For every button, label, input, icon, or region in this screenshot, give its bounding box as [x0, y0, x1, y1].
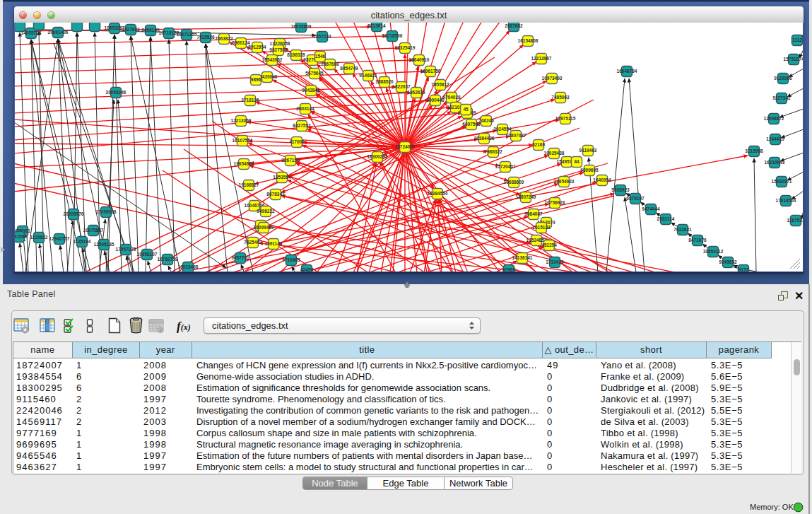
svg-text:8990448: 8990448 — [426, 98, 445, 103]
svg-text:452254: 452254 — [541, 243, 557, 247]
svg-text:87969: 87969 — [502, 267, 515, 271]
svg-text:16107554: 16107554 — [233, 138, 253, 143]
svg-text:6497568: 6497568 — [462, 122, 481, 127]
svg-text:62160: 62160 — [532, 142, 545, 147]
svg-text:7955812: 7955812 — [431, 82, 449, 87]
svg-text:12093872: 12093872 — [764, 116, 784, 121]
svg-text:7986322: 7986322 — [484, 149, 502, 154]
svg-text:45: 45 — [463, 107, 469, 112]
svg-text:20691406: 20691406 — [48, 30, 69, 35]
svg-text:7625402: 7625402 — [244, 240, 262, 245]
svg-text:13654923: 13654923 — [554, 179, 575, 184]
svg-text:18807249: 18807249 — [516, 194, 536, 199]
svg-text:9474444: 9474444 — [642, 206, 660, 211]
svg-text:7632621: 7632621 — [673, 227, 692, 232]
svg-text:16033809: 16033809 — [291, 24, 312, 29]
svg-text:1588520: 1588520 — [375, 79, 394, 84]
svg-text:10756923: 10756923 — [545, 200, 565, 205]
svg-text:7663822: 7663822 — [215, 36, 233, 41]
svg-text:16671355: 16671355 — [177, 32, 197, 37]
svg-text:8427552: 8427552 — [293, 123, 311, 128]
svg-text:14136141: 14136141 — [512, 255, 533, 260]
svg-text:17359928: 17359928 — [96, 209, 117, 214]
svg-text:9245652: 9245652 — [719, 259, 737, 264]
svg-text:1244415: 1244415 — [766, 136, 784, 141]
svg-text:12505135: 12505135 — [94, 242, 114, 247]
svg-text:16099489: 16099489 — [254, 225, 274, 230]
svg-text:6899695: 6899695 — [580, 168, 599, 173]
svg-text:1546: 1546 — [315, 54, 326, 59]
svg-text:1640954: 1640954 — [593, 177, 611, 182]
svg-text:1527602: 1527602 — [122, 27, 140, 32]
svg-text:746246: 746246 — [478, 118, 494, 123]
svg-text:10025438: 10025438 — [544, 151, 565, 156]
svg-text:10807487: 10807487 — [506, 133, 526, 138]
svg-text:1615132: 1615132 — [532, 225, 551, 230]
svg-text:12942757: 12942757 — [49, 236, 70, 241]
svg-text:42450: 42450 — [300, 267, 313, 271]
svg-text:8454749: 8454749 — [340, 66, 358, 71]
svg-text:10975887: 10975887 — [83, 228, 104, 233]
svg-text:7485063: 7485063 — [551, 95, 570, 100]
svg-text:1115682: 1115682 — [30, 235, 48, 240]
svg-text:9146821: 9146821 — [359, 73, 377, 78]
svg-text:1112: 1112 — [792, 37, 802, 42]
svg-text:9498222: 9498222 — [257, 209, 275, 214]
svg-text:2718126: 2718126 — [241, 98, 259, 103]
svg-text:12975115: 12975115 — [555, 116, 576, 121]
svg-text:20053346: 20053346 — [106, 90, 126, 95]
svg-text:15692971: 15692971 — [772, 179, 792, 184]
svg-text:8471676: 8471676 — [688, 238, 707, 243]
svg-text:17957275: 17957275 — [116, 247, 136, 252]
svg-text:9827508: 9827508 — [269, 47, 288, 52]
svg-text:9960124: 9960124 — [232, 40, 250, 45]
svg-text:16543962: 16543962 — [262, 57, 283, 62]
svg-text:14055724: 14055724 — [21, 30, 42, 35]
svg-text:9172: 9172 — [739, 267, 749, 271]
svg-text:12923468: 12923468 — [178, 264, 199, 269]
svg-text:9119463: 9119463 — [579, 148, 597, 153]
svg-text:6879197: 6879197 — [626, 196, 645, 201]
svg-text:12213369: 12213369 — [231, 118, 252, 123]
svg-text:1322037: 1322037 — [392, 84, 411, 89]
svg-text:10688609: 10688609 — [504, 180, 524, 185]
svg-text:8186328: 8186328 — [287, 52, 305, 57]
svg-text:1167531: 1167531 — [787, 218, 803, 223]
svg-text:1145194: 1145194 — [73, 239, 91, 244]
svg-text:16210643: 16210643 — [765, 160, 785, 165]
svg-text:9227342: 9227342 — [772, 95, 791, 100]
svg-text:84: 84 — [574, 159, 579, 164]
svg-text:9716485: 9716485 — [282, 257, 300, 262]
svg-text:16648784: 16648784 — [617, 69, 637, 74]
svg-text:16154808: 16154808 — [518, 38, 539, 43]
svg-text:1733426: 1733426 — [546, 259, 564, 264]
svg-text:6466160: 6466160 — [141, 28, 160, 33]
svg-text:10973493: 10973493 — [542, 76, 563, 81]
svg-text:9794028: 9794028 — [442, 95, 461, 100]
svg-text:1362615: 1362615 — [407, 90, 425, 95]
svg-text:391594: 391594 — [15, 234, 27, 239]
svg-text:9896: 9896 — [251, 77, 261, 82]
svg-text:417006: 417006 — [289, 139, 305, 144]
svg-text:18300295: 18300295 — [367, 154, 388, 159]
svg-text:17016504: 17016504 — [776, 198, 796, 203]
svg-text:1353594: 1353594 — [273, 175, 291, 180]
svg-text:3024554: 3024554 — [493, 127, 512, 132]
svg-text:16782759: 16782759 — [158, 257, 178, 262]
svg-text:10654112: 10654112 — [703, 249, 724, 254]
svg-text:18640910: 18640910 — [409, 57, 430, 62]
svg-text:2087682: 2087682 — [505, 23, 523, 28]
svg-text:8912954: 8912954 — [248, 45, 266, 49]
svg-text:9657791: 9657791 — [231, 255, 249, 260]
svg-text:15720407: 15720407 — [495, 164, 516, 169]
svg-text:5938923: 5938923 — [611, 187, 630, 192]
svg-text:19384554: 19384554 — [428, 191, 448, 196]
svg-text:7515526: 7515526 — [196, 35, 215, 40]
svg-text:19218506: 19218506 — [382, 33, 403, 38]
svg-text:7857224: 7857224 — [313, 34, 331, 39]
svg-text:19654983: 19654983 — [234, 161, 254, 166]
svg-text:13325419: 13325419 — [395, 45, 416, 50]
svg-text:15751074: 15751074 — [784, 57, 803, 62]
svg-text:19166827: 19166827 — [239, 182, 259, 187]
svg-text:9129966: 9129966 — [774, 76, 792, 81]
